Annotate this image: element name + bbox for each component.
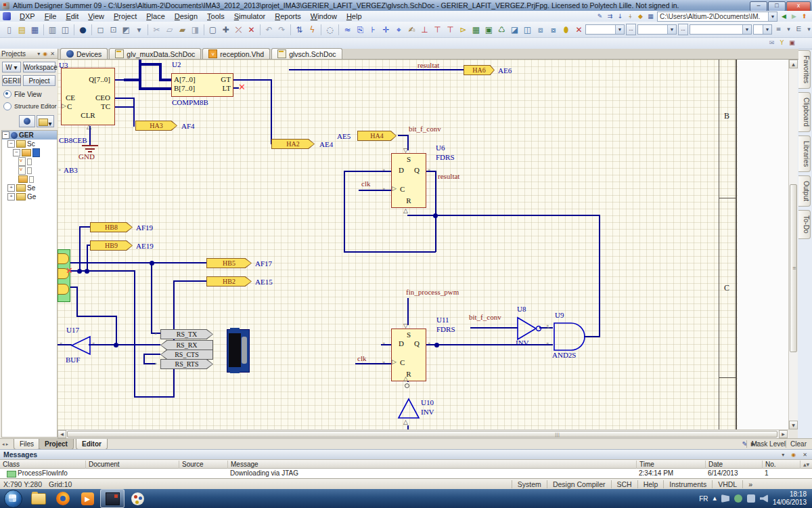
mail-icon[interactable]: ✉ bbox=[767, 39, 777, 47]
col-document[interactable]: Document bbox=[85, 461, 182, 469]
bus-tool-icon[interactable]: ⇉ bbox=[605, 12, 615, 21]
scroll-left-icon[interactable]: ◀ bbox=[58, 430, 66, 438]
path-dropdown-icon[interactable]: ▼ bbox=[768, 12, 777, 21]
col-date[interactable]: Date bbox=[705, 461, 765, 469]
panel-dropdown-icon[interactable]: ▾ bbox=[36, 51, 41, 57]
zoom-area-icon[interactable]: ◻ bbox=[94, 24, 107, 36]
port-ha3[interactable]: HA3 bbox=[135, 121, 177, 131]
tab-reception-vhd[interactable]: vreception.Vhd bbox=[202, 48, 270, 59]
message-row[interactable]: ProcessFlowInfo Downloading via JTAG 2:3… bbox=[0, 469, 812, 478]
print-icon[interactable]: ▥ bbox=[46, 24, 59, 36]
taskbar-altium-active[interactable] bbox=[100, 489, 125, 508]
filter-combo-3[interactable]: ▼ bbox=[690, 24, 752, 35]
port-hb5[interactable]: HB5 bbox=[206, 258, 252, 268]
col-class[interactable]: Class bbox=[0, 461, 88, 469]
port-ha6[interactable]: HA6 bbox=[464, 65, 495, 75]
project-tree[interactable]: −GER −Sc − +Se +Ge bbox=[1, 130, 58, 438]
menu-item-4[interactable]: Project bbox=[109, 12, 141, 21]
status-button-2[interactable]: SCH bbox=[611, 480, 637, 488]
back-icon[interactable]: ◀ bbox=[779, 12, 789, 21]
forward-icon[interactable]: ▶ bbox=[789, 12, 799, 21]
messages-panel-header[interactable]: Messages ▾ ◉ ✕ bbox=[0, 449, 812, 459]
place-vcc-icon[interactable]: ⊤ bbox=[431, 24, 444, 36]
tree-folder-generated[interactable]: +Ge bbox=[2, 192, 57, 201]
db9-connector[interactable] bbox=[225, 326, 252, 375]
port-ha2[interactable]: HA2 bbox=[271, 139, 315, 149]
panel-pin-icon[interactable]: ◉ bbox=[41, 51, 49, 57]
devices-view-icon[interactable]: ● bbox=[76, 24, 89, 36]
messages-pin-icon[interactable]: ◉ bbox=[790, 452, 797, 458]
panel-tab-4[interactable]: To-Do bbox=[798, 210, 811, 239]
u10-inverter-gate[interactable] bbox=[397, 397, 421, 420]
workspace-button[interactable]: Workspace bbox=[23, 62, 55, 72]
port-rs-rx[interactable]: RS_RX bbox=[160, 340, 213, 350]
sort-icon[interactable]: ⇅ bbox=[293, 24, 306, 36]
place-wire-icon[interactable]: ≈ bbox=[341, 24, 354, 36]
place-netlabel-icon[interactable]: ⌖ bbox=[392, 24, 405, 36]
bottom-tab-project[interactable]: Project bbox=[39, 439, 74, 450]
mask-level-button[interactable]: Mask Level bbox=[746, 440, 790, 448]
minimize-button[interactable]: – bbox=[750, 1, 767, 12]
messages-close-icon[interactable]: ✕ bbox=[801, 452, 809, 458]
port-rs-cts[interactable]: RS_CTS bbox=[160, 350, 213, 360]
recycle-icon[interactable]: ♺ bbox=[495, 24, 508, 36]
place-port-icon[interactable]: ⬮ bbox=[560, 24, 572, 36]
vertical-scroll-thumb[interactable]: ≡ bbox=[790, 184, 797, 352]
undo-icon[interactable]: ↶ bbox=[263, 24, 275, 36]
place-part-icon[interactable]: ⊳ bbox=[457, 24, 470, 36]
filter-icon[interactable]: ϟ bbox=[306, 24, 319, 36]
u8-inverter-gate[interactable] bbox=[516, 316, 545, 341]
clear-button[interactable]: Clear bbox=[786, 440, 811, 448]
collapse-icon[interactable]: − bbox=[7, 140, 15, 148]
new-document-icon[interactable]: ▯ bbox=[3, 24, 16, 36]
place-harness2-icon[interactable]: ⧇ bbox=[547, 24, 560, 36]
zoom-selection-icon[interactable]: ◩ bbox=[120, 24, 133, 36]
menu-item-10[interactable]: Window bbox=[306, 12, 342, 21]
tree-root-project[interactable]: −GER bbox=[2, 131, 57, 140]
close-button[interactable]: x bbox=[786, 1, 811, 12]
menu-item-2[interactable]: Edit bbox=[61, 12, 83, 21]
port-hb9[interactable]: HB9 bbox=[90, 240, 133, 251]
wire-tool-icon[interactable]: ✎ bbox=[595, 12, 605, 21]
workspace-combo[interactable]: W ▾ bbox=[2, 62, 21, 72]
expand-icon[interactable]: + bbox=[7, 184, 15, 192]
place-sheet-entry-icon[interactable]: ◫ bbox=[521, 24, 534, 36]
menu-item-6[interactable]: Design bbox=[170, 12, 202, 21]
menu-item-3[interactable]: View bbox=[83, 12, 109, 21]
find-similar-icon[interactable]: ◌ bbox=[323, 24, 336, 36]
cross-probe-icon[interactable]: ⤫ bbox=[232, 24, 245, 36]
menu-item-1[interactable]: File bbox=[40, 12, 62, 21]
distribute-dropdown-icon[interactable]: ▾ bbox=[804, 25, 812, 34]
panel-tab-0[interactable]: Favorites bbox=[798, 50, 811, 89]
down-arrow-tool-icon[interactable]: ↓ bbox=[615, 12, 625, 21]
zoom-fit-icon[interactable]: ⊡ bbox=[107, 24, 120, 36]
menu-item-9[interactable]: Reports bbox=[270, 12, 306, 21]
tree-item-schdoc[interactable]: − bbox=[2, 148, 57, 157]
taskbar-explorer[interactable] bbox=[27, 490, 50, 507]
speaker-icon[interactable] bbox=[760, 494, 768, 503]
schematic-canvas[interactable]: U3 Q[7..0] CE CEO C TC CLR ▷ CB8CEB △ GN… bbox=[58, 60, 738, 429]
filter-combo-1[interactable]: ▼ bbox=[585, 24, 625, 35]
tree-item-doc[interactable] bbox=[2, 175, 57, 184]
rubber-stamp-icon[interactable]: ◨ bbox=[189, 24, 202, 36]
menu-item-5[interactable]: Place bbox=[141, 12, 170, 21]
action-center-flag-icon[interactable] bbox=[721, 494, 729, 503]
project-combo[interactable]: GERIE bbox=[2, 75, 21, 86]
align-dropdown-icon[interactable]: ▾ bbox=[784, 25, 794, 34]
col-source[interactable]: Source bbox=[179, 461, 231, 469]
tree-item-vhd-2[interactable] bbox=[2, 166, 57, 175]
wrench-icon[interactable]: Y bbox=[777, 39, 787, 47]
place-junction-icon[interactable]: ✛ bbox=[380, 24, 392, 36]
tray-expand-icon[interactable]: ▲ bbox=[713, 496, 717, 501]
file-view-radio[interactable]: File View bbox=[3, 90, 41, 98]
copy-icon[interactable]: ▱ bbox=[163, 24, 176, 36]
open-icon[interactable]: ▤ bbox=[16, 24, 28, 36]
tab-glv-muxdata[interactable]: glv_muxData.SchDoc bbox=[109, 48, 201, 59]
filter-browse-2[interactable]: ... bbox=[678, 24, 688, 35]
menu-item-8[interactable]: Simulator bbox=[229, 12, 270, 21]
zoom-dropdown-icon[interactable]: ▾ bbox=[133, 24, 145, 36]
place-ic-icon[interactable]: ▦ bbox=[470, 24, 482, 36]
clear-filter-icon[interactable]: ✕ bbox=[245, 24, 258, 36]
document-path-combo[interactable]: C:\Users\Altium-2\Documents\IM.▼ bbox=[657, 12, 777, 22]
vhdl-panel-icon[interactable]: ▣ bbox=[787, 39, 797, 47]
